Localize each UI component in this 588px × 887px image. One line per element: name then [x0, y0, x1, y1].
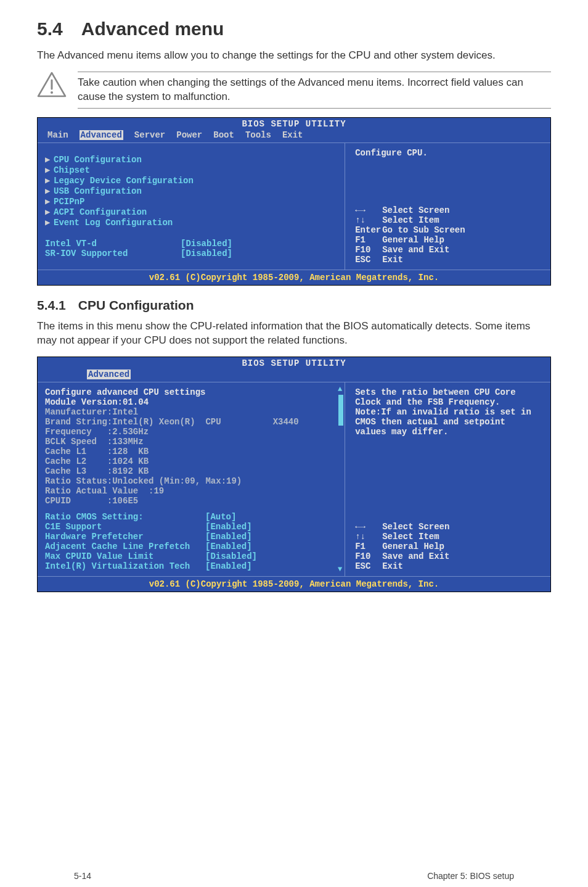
key-desc: Select Screen	[382, 522, 449, 532]
setting-row[interactable]: SR-IOV Supported [Disabled]	[45, 249, 337, 258]
tab-advanced[interactable]: Advanced	[80, 130, 123, 140]
submenu-arrow-icon: ▶	[45, 207, 54, 217]
submenu-arrow-icon: ▶	[45, 154, 54, 165]
setting-row[interactable]: Intel VT-d [Disabled]	[45, 239, 337, 249]
key-label: F10	[355, 551, 382, 561]
setting-label: Intel(R) Virtualization Tech	[45, 561, 205, 571]
warning-block: Take caution when changing the settings …	[37, 72, 551, 109]
menu-item[interactable]: ▶ACPI Configuration	[45, 207, 337, 217]
menu-item-label: Legacy Device Configuration	[54, 176, 194, 186]
menu-item-label: Event Log Configuration	[54, 218, 173, 228]
setting-value: [Disabled]	[205, 551, 257, 561]
info-line: Frequency :2.53GHz	[45, 427, 337, 437]
setting-label: C1E Support	[45, 522, 205, 532]
section-heading: 5.4Advanced menu	[37, 19, 551, 39]
bios-title: BIOS SETUP UTILITY	[38, 357, 550, 369]
setting-label: Adjacent Cache Line Prefetch	[45, 542, 205, 551]
setting-row[interactable]: Ratio CMOS Setting:[Auto]	[45, 512, 337, 522]
help-key-legend: ←→Select Screen ↑↓Select Item EnterGo to…	[355, 205, 541, 265]
submenu-arrow-icon: ▶	[45, 165, 54, 175]
svg-point-2	[51, 91, 53, 94]
key-desc: Go to Sub Screen	[382, 225, 465, 235]
warning-text: Take caution when changing the settings …	[78, 72, 551, 109]
info-line: BCLK Speed :133MHz	[45, 437, 337, 447]
subsection-heading: 5.4.1CPU Configuration	[37, 298, 551, 313]
key-label: Enter	[355, 225, 382, 235]
help-description: Sets the ratio between CPU Core Clock an…	[355, 387, 541, 437]
key-label: ESC	[355, 255, 382, 265]
tab-exit[interactable]: Exit	[282, 130, 303, 140]
setting-row[interactable]: Max CPUID Value Limit[Disabled]	[45, 551, 337, 561]
setting-value: [Enabled]	[205, 542, 252, 551]
menu-item[interactable]: ▶PCIPnP	[45, 196, 337, 207]
menu-item-label: CPU Configuration	[54, 155, 142, 165]
tab-advanced[interactable]: Advanced	[87, 369, 131, 379]
page-number: 5-14	[74, 871, 91, 881]
subsection-number: 5.4.1	[37, 298, 66, 312]
scroll-up-icon[interactable]: ▲	[338, 385, 342, 394]
help-description: Configure CPU.	[355, 148, 541, 158]
setting-row[interactable]: C1E Support[Enabled]	[45, 522, 337, 532]
subsection-title: CPU Configuration	[78, 298, 194, 312]
page-footer: 5-14 Chapter 5: BIOS setup	[74, 871, 514, 881]
key-label: ESC	[355, 561, 382, 571]
subsection-intro: The items in this menu show the CPU-rela…	[37, 319, 551, 349]
key-label: ↑↓	[355, 532, 382, 542]
key-desc: General Help	[382, 542, 444, 551]
intro-paragraph: The Advanced menu items allow you to cha…	[37, 48, 551, 63]
key-desc: Exit	[382, 561, 403, 571]
help-key-legend: ←→Select Screen ↑↓Select Item F1General …	[355, 522, 541, 571]
setting-value: [Disabled]	[181, 239, 232, 249]
info-line: Cache L3 :8192 KB	[45, 466, 337, 476]
setting-label: SR-IOV Supported	[45, 249, 181, 258]
menu-item-label: USB Configuration	[54, 186, 142, 196]
key-desc: Save and Exit	[382, 245, 449, 255]
submenu-arrow-icon: ▶	[45, 196, 54, 207]
menu-item-label: Chipset	[54, 165, 90, 175]
info-line: Ratio Actual Value :19	[45, 486, 337, 496]
key-label: ←→	[355, 205, 382, 215]
info-line: Cache L1 :128 KB	[45, 447, 337, 456]
setting-row[interactable]: Hardware Prefetcher[Enabled]	[45, 532, 337, 542]
menu-item[interactable]: ▶Chipset	[45, 165, 337, 175]
bios-left-pane: ▶CPU Configuration ▶Chipset ▶Legacy Devi…	[38, 143, 345, 270]
key-label: F10	[355, 245, 382, 255]
setting-row[interactable]: Adjacent Cache Line Prefetch[Enabled]	[45, 542, 337, 551]
tab-power[interactable]: Power	[176, 130, 202, 140]
menu-item[interactable]: ▶USB Configuration	[45, 186, 337, 196]
tab-main[interactable]: Main	[47, 130, 68, 140]
setting-value: [Enabled]	[205, 522, 252, 532]
menu-item[interactable]: ▶Event Log Configuration	[45, 217, 337, 228]
info-line: CPUID :106E5	[45, 496, 337, 506]
bios-left-pane: ▲ ▼ Configure advanced CPU settings Modu…	[38, 382, 345, 576]
tab-tools[interactable]: Tools	[245, 130, 271, 140]
info-line: Brand String:Intel(R) Xeon(R) CPU X3440	[45, 417, 337, 427]
scrollbar-thumb[interactable]	[338, 395, 343, 426]
module-version: Module Version:01.04	[45, 397, 337, 407]
menu-item[interactable]: ▶CPU Configuration	[45, 154, 337, 165]
key-desc: General Help	[382, 235, 444, 245]
key-desc: Select Item	[382, 532, 439, 542]
bios-panel-cpu: BIOS SETUP UTILITY Advanced ▲ ▼ Configur…	[37, 357, 551, 592]
section-title-text: Advanced menu	[81, 19, 224, 39]
bios-tab-bar: Advanced	[38, 369, 550, 382]
section-number: 5.4	[37, 19, 63, 39]
submenu-arrow-icon: ▶	[45, 217, 54, 228]
setting-label: Intel VT-d	[45, 239, 181, 249]
key-label: F1	[355, 235, 382, 245]
key-desc: Select Screen	[382, 205, 449, 215]
bios-tab-bar: Main Advanced Server Power Boot Tools Ex…	[38, 130, 550, 142]
scroll-down-icon[interactable]: ▼	[338, 565, 342, 574]
setting-value: [Auto]	[205, 512, 236, 522]
warning-icon	[37, 72, 67, 99]
setting-value: [Enabled]	[205, 561, 252, 571]
setting-label: Hardware Prefetcher	[45, 532, 205, 542]
bios-footer: v02.61 (C)Copyright 1985-2009, American …	[38, 270, 550, 285]
bios-help-pane: Sets the ratio between CPU Core Clock an…	[345, 382, 550, 576]
tab-boot[interactable]: Boot	[213, 130, 234, 140]
setting-row[interactable]: Intel(R) Virtualization Tech[Enabled]	[45, 561, 337, 571]
submenu-arrow-icon: ▶	[45, 175, 54, 186]
menu-item[interactable]: ▶Legacy Device Configuration	[45, 175, 337, 186]
tab-server[interactable]: Server	[134, 130, 165, 140]
bios-help-pane: Configure CPU. ←→Select Screen ↑↓Select …	[345, 143, 550, 270]
